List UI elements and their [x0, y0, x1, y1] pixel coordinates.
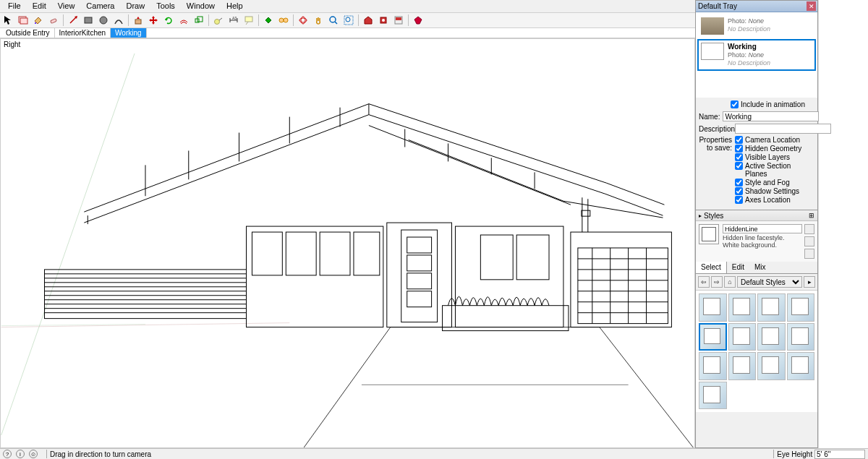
style-tile[interactable]: [699, 293, 727, 322]
zoom-extents-tool[interactable]: [341, 14, 356, 27]
menu-view[interactable]: View: [52, 0, 81, 12]
zoom-tool[interactable]: [326, 14, 341, 27]
svg-rect-5: [85, 17, 92, 23]
props-label: Properties to save:: [699, 136, 735, 152]
svg-rect-64: [407, 273, 432, 289]
scene-thumbnail: [701, 43, 724, 60]
toolbar-separator: [63, 14, 64, 26]
prop-hidden-geo[interactable]: Hidden Geometry: [735, 145, 814, 153]
extension-tool[interactable]: [376, 14, 391, 27]
menu-tools[interactable]: Tools: [150, 0, 181, 12]
prop-shadows[interactable]: Shadow Settings: [735, 187, 814, 195]
circle-tool[interactable]: [96, 14, 111, 27]
menu-camera[interactable]: Camera: [80, 0, 120, 12]
tab-outside-entry[interactable]: Outside Entry: [1, 28, 55, 38]
prop-camera[interactable]: Camera Location: [735, 136, 814, 144]
info-icon[interactable]: i: [16, 450, 25, 458]
eraser-tool[interactable]: [46, 14, 61, 27]
nav-fwd-icon[interactable]: ⇨: [711, 276, 723, 288]
help-icon[interactable]: ?: [3, 450, 12, 458]
statusbar: ? i ☺ Drag in direction to turn camera E…: [0, 448, 868, 459]
style-tile[interactable]: [699, 352, 727, 380]
prop-sections[interactable]: Active Section Planes: [735, 162, 814, 178]
tab-interior-kitchen[interactable]: InteriorKitchen: [55, 28, 111, 38]
style-tile[interactable]: [699, 323, 727, 351]
style-refresh-icon[interactable]: [804, 249, 814, 259]
rectangle-tool[interactable]: [81, 14, 95, 27]
collection-menu-icon[interactable]: ▸: [804, 276, 815, 288]
style-tile[interactable]: [728, 323, 757, 351]
prop-layers[interactable]: Visible Layers: [735, 153, 814, 161]
tape-tool[interactable]: [211, 14, 226, 27]
make-component-tool[interactable]: [16, 14, 30, 27]
style-tile[interactable]: [757, 293, 786, 322]
styles-panel-header[interactable]: Styles ⊞: [696, 210, 817, 221]
style-tile[interactable]: [728, 352, 757, 380]
tray-titlebar[interactable]: Default Tray ✕: [696, 1, 817, 12]
style-tile[interactable]: [787, 352, 815, 380]
scenes-list[interactable]: Photo: None No Description Working Photo…: [696, 12, 817, 98]
menu-edit[interactable]: Edit: [27, 0, 52, 12]
prop-style-fog[interactable]: Style and Fog: [735, 179, 814, 186]
toolbar-separator: [293, 14, 294, 26]
style-tile[interactable]: [787, 323, 815, 351]
svg-rect-84: [582, 210, 590, 216]
text-tool[interactable]: [242, 14, 256, 27]
line-tool[interactable]: [66, 14, 80, 27]
style-tile[interactable]: [757, 323, 786, 351]
svg-line-17: [246, 22, 248, 25]
scene-item[interactable]: Working Photo: None No Description: [697, 39, 816, 71]
style-new-icon[interactable]: [804, 236, 814, 246]
viewport[interactable]: Right: [0, 38, 695, 448]
move-tool[interactable]: [146, 14, 161, 27]
svg-point-27: [382, 19, 385, 22]
toolbar-separator: [358, 14, 359, 26]
style-tile[interactable]: [787, 293, 815, 322]
3dtext-tool[interactable]: [261, 14, 276, 27]
pushpull-tool[interactable]: [131, 14, 145, 27]
ruby-tool[interactable]: [411, 14, 425, 27]
svg-rect-29: [396, 17, 401, 20]
scene-name-input[interactable]: [723, 111, 819, 121]
paint-tool[interactable]: [31, 14, 46, 27]
scene-item[interactable]: Photo: None No Description: [697, 14, 816, 38]
select-tool[interactable]: [1, 14, 15, 27]
include-animation-check[interactable]: Include in animation: [731, 100, 814, 108]
person-icon[interactable]: ☺: [29, 450, 38, 458]
style-update-icon[interactable]: [804, 224, 814, 234]
arc-tool[interactable]: [111, 14, 126, 27]
style-collection-dropdown[interactable]: Default Styles: [737, 276, 802, 288]
toolbar-separator: [208, 14, 209, 26]
offset-tool[interactable]: [176, 14, 191, 27]
svg-point-22: [330, 17, 336, 22]
menu-draw[interactable]: Draw: [120, 0, 150, 12]
dimension-tool[interactable]: A3: [226, 14, 241, 27]
menu-help[interactable]: Help: [221, 0, 249, 12]
scene-desc-input[interactable]: [735, 124, 831, 134]
style-tile[interactable]: [728, 293, 757, 322]
nav-home-icon[interactable]: ⌂: [724, 276, 736, 288]
scale-tool[interactable]: [192, 14, 206, 27]
prop-axes[interactable]: Axes Location: [735, 196, 814, 204]
style-tab-edit[interactable]: Edit: [727, 262, 749, 273]
layout-tool[interactable]: [391, 14, 406, 27]
menu-window[interactable]: Window: [181, 0, 221, 12]
style-tab-mix[interactable]: Mix: [749, 262, 771, 273]
style-tile[interactable]: [699, 382, 727, 410]
axes-tool[interactable]: [276, 14, 291, 27]
nav-back-icon[interactable]: ⇦: [698, 276, 710, 288]
tab-working[interactable]: Working: [111, 28, 147, 38]
eye-height-input[interactable]: [814, 450, 865, 459]
warehouse-tool[interactable]: [361, 14, 375, 27]
style-tab-select[interactable]: Select: [696, 262, 727, 273]
svg-line-23: [335, 22, 337, 24]
menu-file[interactable]: File: [2, 0, 27, 12]
style-name-input[interactable]: [723, 224, 802, 233]
svg-rect-56: [252, 232, 282, 275]
pan-tool[interactable]: [311, 14, 326, 27]
orbit-tool[interactable]: [296, 14, 310, 27]
tray-close-icon[interactable]: ✕: [807, 1, 816, 11]
style-tile[interactable]: [757, 352, 786, 380]
panel-expand-icon[interactable]: ⊞: [809, 212, 814, 219]
rotate-tool[interactable]: [161, 14, 176, 27]
